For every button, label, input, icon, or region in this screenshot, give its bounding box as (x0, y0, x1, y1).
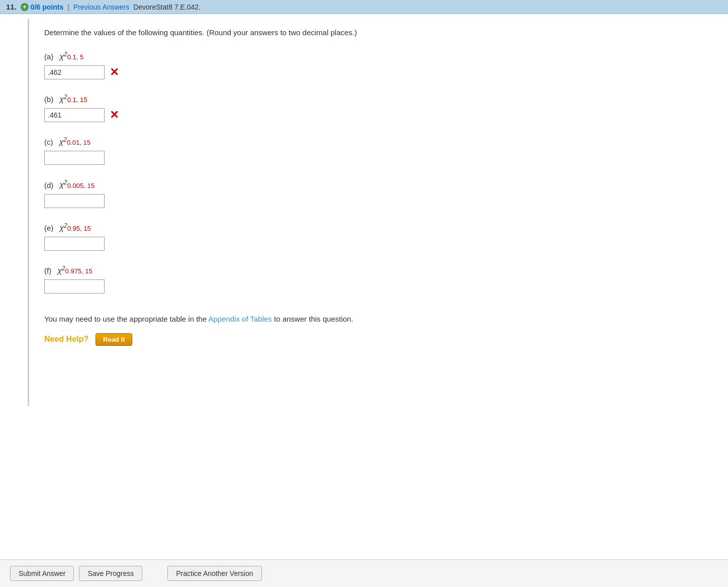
sub-label-c: (c) χ20.01, 15 (44, 136, 718, 147)
appendix-link[interactable]: Appendix of Tables (208, 315, 271, 323)
sub-question-a: (a) χ20.1, 5 ✕ (44, 51, 718, 79)
sub-question-b: (b) χ20.1, 15 ✕ (44, 93, 718, 122)
reference-text: DevoreStat8 7.E.042. (133, 3, 201, 11)
submit-answer-button[interactable]: Submit Answer (10, 566, 74, 581)
sub-letter-e: (e) (44, 224, 53, 232)
sub-letter-d: (d) (44, 181, 53, 189)
question-number: 11. (6, 3, 17, 11)
need-help-label: Need Help? (44, 335, 88, 344)
question-instruction: Determine the values of the following qu… (44, 27, 718, 39)
appendix-note-prefix: You may need to use the appropriate tabl… (44, 315, 208, 323)
input-row-a: ✕ (44, 65, 718, 79)
bottom-buttons: Submit Answer Save Progress Practice Ano… (0, 559, 728, 587)
input-row-f (44, 279, 718, 294)
appendix-note-suffix: to answer this question. (272, 315, 353, 323)
sub-question-f: (f) χ20.975, 15 (44, 265, 718, 294)
sub-letter-c: (c) (44, 138, 53, 146)
error-mark-b: ✕ (110, 110, 119, 121)
sub-letter-f: (f) (44, 266, 51, 275)
chi-formula-f: χ20.975, 15 (57, 265, 93, 275)
sub-letter-a: (a) (44, 52, 53, 61)
input-row-d (44, 194, 718, 208)
sub-label-e: (e) χ20.95, 15 (44, 222, 718, 233)
sub-label-d: (d) χ20.005, 15 (44, 179, 718, 189)
chi-formula-a: χ20.1, 5 (59, 51, 83, 61)
points-badge: + 0/6 points (21, 3, 63, 11)
answer-input-a[interactable] (44, 65, 105, 79)
chi-formula-d: χ20.005, 15 (59, 179, 95, 189)
plus-icon: + (21, 3, 29, 11)
answer-input-d[interactable] (44, 194, 105, 208)
answer-input-b[interactable] (44, 108, 105, 122)
sub-label-b: (b) χ20.1, 15 (44, 93, 718, 104)
chi-formula-e: χ20.95, 15 (59, 222, 90, 233)
points-text: 0/6 points (31, 3, 63, 11)
sub-letter-b: (b) (44, 95, 53, 104)
sub-question-d: (d) χ20.005, 15 (44, 179, 718, 208)
chi-formula-b: χ20.1, 15 (59, 93, 87, 104)
answer-input-c[interactable] (44, 151, 105, 165)
input-row-b: ✕ (44, 108, 718, 122)
practice-another-version-button[interactable]: Practice Another Version (167, 566, 261, 581)
header-bar: 11. + 0/6 points | Previous Answers Devo… (0, 0, 728, 14)
sub-label-f: (f) χ20.975, 15 (44, 265, 718, 275)
sub-question-c: (c) χ20.01, 15 (44, 136, 718, 165)
input-row-c (44, 151, 718, 165)
sub-label-a: (a) χ20.1, 5 (44, 51, 718, 61)
read-it-button[interactable]: Read It (96, 333, 132, 346)
previous-answers-link[interactable]: Previous Answers (73, 3, 129, 11)
need-help-row: Need Help? Read It (44, 333, 718, 346)
sub-question-e: (e) χ20.95, 15 (44, 222, 718, 251)
answer-input-e[interactable] (44, 237, 105, 251)
error-mark-a: ✕ (110, 67, 119, 78)
appendix-note: You may need to use the appropriate tabl… (44, 314, 718, 325)
chi-formula-c: χ20.01, 15 (59, 136, 90, 147)
save-progress-button[interactable]: Save Progress (79, 566, 142, 581)
input-row-e (44, 237, 718, 251)
separator: | (67, 3, 69, 11)
help-section: You may need to use the appropriate tabl… (44, 314, 718, 346)
answer-input-f[interactable] (44, 279, 105, 294)
